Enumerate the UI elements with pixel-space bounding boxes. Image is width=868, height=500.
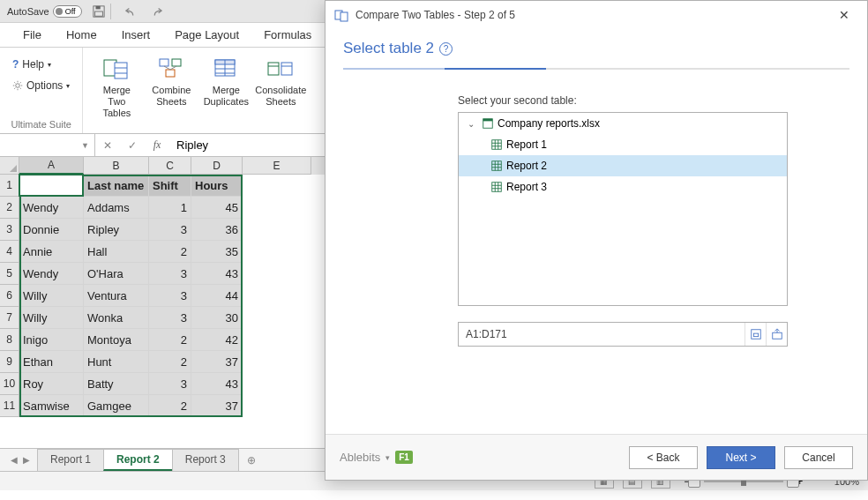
cancel-button[interactable]: Cancel [784, 446, 853, 469]
cell[interactable]: Hours [191, 175, 243, 197]
cell[interactable]: Donnie [19, 219, 84, 241]
row-header[interactable]: 2 [0, 197, 19, 219]
row-header[interactable]: 1 [0, 175, 19, 197]
merge-duplicates-button[interactable]: Merge Duplicates [201, 53, 251, 122]
column-header[interactable]: D [191, 157, 243, 175]
select-all-corner[interactable] [0, 157, 19, 175]
autosave-toggle[interactable]: Off [53, 5, 82, 18]
cell[interactable]: Wendy [19, 263, 84, 285]
cell[interactable]: 3 [149, 307, 191, 329]
tab-home[interactable]: Home [54, 23, 109, 47]
cell[interactable]: 2 [149, 351, 191, 373]
cell[interactable]: Addams [84, 197, 149, 219]
cell[interactable]: Hunt [84, 351, 149, 373]
back-button[interactable]: < Back [629, 446, 698, 469]
cell[interactable]: 42 [191, 329, 243, 351]
cell[interactable]: Samwise [19, 395, 84, 417]
consolidate-sheets-button[interactable]: Consolidate Sheets [256, 53, 305, 122]
cell[interactable]: Batty [84, 373, 149, 395]
row-header[interactable]: 9 [0, 351, 19, 373]
cell[interactable]: Ethan [19, 351, 84, 373]
cell[interactable]: 43 [191, 373, 243, 395]
combine-sheets-button[interactable]: Combine Sheets [146, 53, 196, 122]
fx-icon[interactable]: fx [145, 134, 169, 156]
close-button[interactable]: ✕ [830, 1, 858, 29]
sheet-nav-prev-icon[interactable]: ◀ [11, 455, 18, 465]
cell[interactable]: 3 [149, 263, 191, 285]
brand-label[interactable]: Ablebits [340, 451, 380, 464]
redo-icon[interactable] [148, 4, 164, 19]
sheet-tab[interactable]: Report 2 [103, 449, 173, 471]
cell[interactable]: Wonka [84, 307, 149, 329]
cell[interactable]: 2 [149, 329, 191, 351]
sheet-tab[interactable]: Report 1 [37, 449, 104, 471]
cell[interactable]: Inigo [19, 329, 84, 351]
cell[interactable]: Willy [19, 285, 84, 307]
row-header[interactable]: 10 [0, 373, 19, 395]
tree-sheet-node[interactable]: Report 1 [459, 134, 787, 155]
column-header[interactable]: C [149, 157, 191, 175]
cell[interactable]: 36 [191, 219, 243, 241]
tab-insert[interactable]: Insert [109, 23, 163, 47]
cell[interactable]: 45 [191, 197, 243, 219]
cell[interactable]: Hall [84, 241, 149, 263]
sheet-tab[interactable]: Report 3 [172, 449, 239, 471]
cell[interactable]: 37 [191, 395, 243, 417]
row-header[interactable]: 4 [0, 241, 19, 263]
add-sheet-button[interactable]: ⊕ [238, 451, 265, 470]
sheet-nav-next-icon[interactable]: ▶ [23, 455, 30, 465]
cell[interactable]: Montoya [84, 329, 149, 351]
tab-formulas[interactable]: Formulas [251, 23, 324, 47]
help-icon[interactable]: ? [439, 42, 453, 56]
cell[interactable]: 37 [191, 351, 243, 373]
column-header[interactable]: E [243, 157, 311, 175]
merge-two-tables-button[interactable]: Merge Two Tables [92, 53, 141, 122]
tab-pagelayout[interactable]: Page Layout [162, 23, 251, 47]
cell[interactable]: Last name [84, 175, 149, 197]
cell[interactable]: 30 [191, 307, 243, 329]
undo-icon[interactable] [123, 4, 139, 19]
cell[interactable]: Willy [19, 307, 84, 329]
f1-badge[interactable]: F1 [395, 451, 413, 464]
cell[interactable]: Wendy [19, 197, 84, 219]
row-header[interactable]: 5 [0, 263, 19, 285]
cell[interactable]: 43 [191, 263, 243, 285]
options-button[interactable]: Options ▾ [9, 78, 73, 93]
cell[interactable]: 3 [149, 219, 191, 241]
save-icon[interactable] [91, 4, 107, 19]
cell[interactable]: Shift [149, 175, 191, 197]
row-header[interactable]: 8 [0, 329, 19, 351]
collapse-dialog-icon[interactable] [745, 323, 766, 346]
name-box[interactable]: ▼ [0, 134, 95, 156]
cell[interactable]: O'Hara [84, 263, 149, 285]
cell[interactable]: Roy [19, 373, 84, 395]
enter-formula-icon[interactable]: ✓ [120, 134, 145, 156]
row-header[interactable]: 7 [0, 307, 19, 329]
cell[interactable]: Ripley [84, 219, 149, 241]
cell[interactable]: Ventura [84, 285, 149, 307]
cell[interactable]: 3 [149, 285, 191, 307]
next-button[interactable]: Next > [707, 446, 775, 469]
help-button[interactable]: ? Help ▾ [9, 56, 73, 72]
row-header[interactable]: 6 [0, 285, 19, 307]
column-header[interactable]: B [84, 157, 149, 175]
cell[interactable]: 35 [191, 241, 243, 263]
cell[interactable]: 3 [149, 373, 191, 395]
cell[interactable]: 2 [149, 241, 191, 263]
cell[interactable]: 44 [191, 285, 243, 307]
cancel-formula-icon[interactable]: ✕ [95, 134, 120, 156]
table-tree[interactable]: ⌄ Company reports.xlsx Report 1Report 2R… [458, 112, 788, 306]
cell[interactable]: Annie [19, 241, 84, 263]
range-input[interactable]: A1:D171 [459, 328, 745, 340]
tree-sheet-node[interactable]: Report 2 [459, 155, 787, 176]
cell[interactable]: 2 [149, 395, 191, 417]
tree-sheet-node[interactable]: Report 3 [459, 176, 787, 198]
row-header[interactable]: 11 [0, 395, 19, 417]
cell[interactable]: First name [19, 175, 84, 197]
cell[interactable]: 1 [149, 197, 191, 219]
row-header[interactable]: 3 [0, 219, 19, 241]
cell[interactable]: Gamgee [84, 395, 149, 417]
tab-file[interactable]: File [11, 23, 54, 47]
select-range-icon[interactable] [766, 323, 787, 346]
tree-workbook-node[interactable]: ⌄ Company reports.xlsx [459, 113, 787, 134]
